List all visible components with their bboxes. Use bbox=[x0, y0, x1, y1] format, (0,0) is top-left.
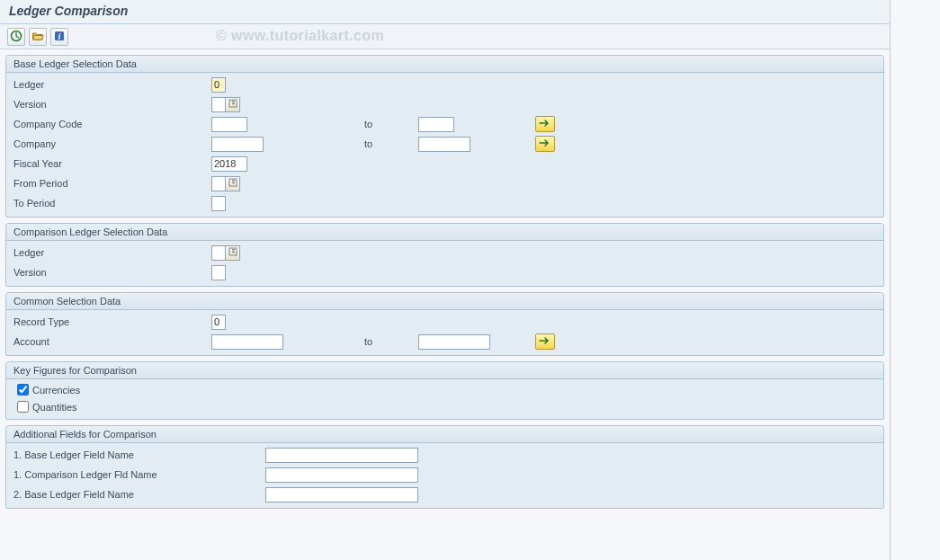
arrow-right-icon bbox=[539, 119, 551, 129]
company-code-multi-button[interactable] bbox=[535, 116, 555, 132]
ledger-label: Ledger bbox=[13, 79, 211, 90]
company-code-from-input[interactable] bbox=[211, 117, 247, 132]
group-header-base-ledger: Base Ledger Selection Data bbox=[6, 56, 883, 73]
from-period-input[interactable] bbox=[211, 176, 226, 191]
base-ledger-field-2-input[interactable] bbox=[265, 487, 418, 502]
group-comparison-ledger: Comparison Ledger Selection Data Ledger … bbox=[5, 223, 884, 287]
comp-ledger-label: Ledger bbox=[13, 247, 211, 258]
comparison-ledger-field-1-input[interactable] bbox=[265, 467, 418, 483]
account-to-input[interactable] bbox=[418, 334, 490, 350]
variants-button[interactable] bbox=[29, 28, 47, 46]
comp-version-input[interactable] bbox=[211, 265, 226, 280]
company-code-to-input[interactable] bbox=[418, 117, 454, 132]
version-input[interactable] bbox=[211, 97, 226, 112]
svg-text:i: i bbox=[58, 31, 61, 40]
group-base-ledger: Base Ledger Selection Data Ledger Versio… bbox=[5, 55, 884, 218]
title-bar: Ledger Comparison bbox=[0, 0, 890, 24]
base-ledger-field-1-label: 1. Base Ledger Field Name bbox=[13, 449, 265, 460]
page-title: Ledger Comparison bbox=[9, 4, 881, 18]
version-search-help[interactable] bbox=[226, 97, 240, 112]
company-code-label: Company Code bbox=[13, 119, 211, 129]
comp-ledger-search-help[interactable] bbox=[226, 245, 240, 261]
group-additional: Additional Fields for Comparison 1. Base… bbox=[5, 425, 884, 509]
from-period-label: From Period bbox=[13, 178, 211, 189]
comp-ledger-input[interactable] bbox=[211, 245, 226, 261]
watermark-text: © www.tutorialkart.com bbox=[216, 28, 384, 44]
base-ledger-field-2-label: 2. Base Ledger Field Name bbox=[13, 489, 265, 500]
base-ledger-field-1-input[interactable] bbox=[265, 448, 418, 463]
company-label: Company bbox=[13, 138, 211, 149]
to-period-label: To Period bbox=[13, 198, 211, 209]
toolbar: i © www.tutorialkart.com bbox=[0, 24, 890, 49]
search-help-icon bbox=[228, 99, 237, 110]
account-multi-button[interactable] bbox=[535, 333, 555, 350]
group-header-additional: Additional Fields for Comparison bbox=[6, 426, 883, 443]
group-common: Common Selection Data Record Type Accoun… bbox=[5, 292, 884, 356]
comparison-ledger-field-1-label: 1. Comparison Ledger Fld Name bbox=[13, 469, 265, 480]
currencies-label: Currencies bbox=[32, 385, 80, 396]
search-help-icon bbox=[228, 247, 237, 258]
account-label: Account bbox=[13, 336, 211, 347]
info-icon: i bbox=[53, 30, 66, 44]
company-from-input[interactable] bbox=[211, 137, 264, 152]
company-to-input[interactable] bbox=[418, 137, 470, 152]
group-header-key-figures: Key Figures for Comparison bbox=[6, 362, 883, 379]
company-multi-button[interactable] bbox=[535, 136, 555, 152]
from-period-search-help[interactable] bbox=[226, 176, 240, 191]
arrow-right-icon bbox=[539, 138, 551, 149]
group-key-figures: Key Figures for Comparison Currencies Qu… bbox=[5, 361, 884, 420]
folder-open-icon bbox=[31, 30, 44, 44]
arrow-right-icon bbox=[539, 336, 551, 347]
to-period-input[interactable] bbox=[211, 196, 226, 211]
currencies-checkbox[interactable] bbox=[17, 384, 29, 396]
execute-button[interactable] bbox=[7, 28, 25, 46]
to-label: to bbox=[364, 138, 418, 149]
version-label: Version bbox=[13, 99, 211, 110]
quantities-label: Quantities bbox=[32, 402, 77, 413]
fiscal-year-label: Fiscal Year bbox=[13, 158, 211, 169]
record-type-input[interactable] bbox=[211, 315, 226, 330]
to-label: to bbox=[364, 119, 418, 129]
to-label: to bbox=[364, 336, 418, 347]
fiscal-year-input[interactable] bbox=[211, 156, 247, 172]
clock-icon bbox=[10, 30, 22, 44]
info-button[interactable]: i bbox=[50, 28, 68, 46]
comp-version-label: Version bbox=[13, 267, 211, 278]
ledger-input[interactable] bbox=[211, 77, 226, 93]
account-from-input[interactable] bbox=[211, 334, 283, 350]
group-header-common: Common Selection Data bbox=[6, 293, 883, 310]
search-help-icon bbox=[228, 178, 237, 189]
quantities-checkbox[interactable] bbox=[17, 401, 29, 413]
group-header-comparison-ledger: Comparison Ledger Selection Data bbox=[6, 224, 883, 241]
record-type-label: Record Type bbox=[13, 316, 211, 327]
